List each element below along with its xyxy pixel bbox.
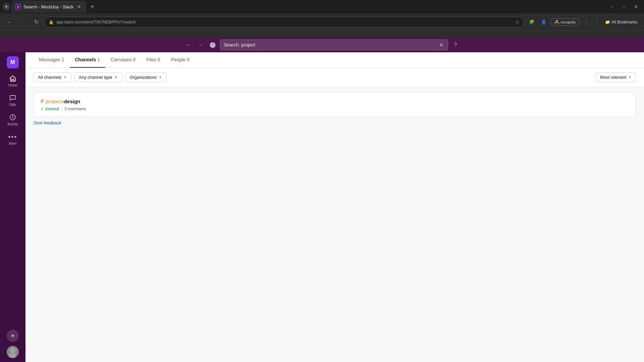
tab-favicon: S (15, 4, 21, 9)
forward-button: → (17, 17, 28, 27)
organizations-label: Organizations (130, 75, 157, 80)
sidebar-item-more[interactable]: ••• More (3, 129, 23, 149)
channel-meta: ✓ Joined · 3 members (41, 106, 629, 111)
tab-messages-label: Messages (39, 57, 62, 62)
incognito-label: Incognito (561, 20, 576, 24)
tab-channels-label: Channels (75, 57, 98, 62)
tab-group-button[interactable]: ▼ (3, 3, 10, 10)
joined-badge: ✓ Joined (41, 106, 59, 111)
search-input-container[interactable]: Search: project ✕ (220, 40, 448, 50)
home-icon (9, 74, 17, 82)
channel-type-label: Any channel type (79, 75, 112, 80)
header-back-button[interactable]: ← (184, 40, 193, 50)
more-icon: ••• (9, 133, 17, 141)
svg-text:S: S (17, 5, 19, 8)
channel-name-highlight: project (46, 99, 62, 104)
bookmarks-button[interactable]: 📁 All Bookmarks (602, 17, 640, 27)
online-status-indicator (16, 355, 18, 358)
meta-separator: · (61, 106, 62, 111)
sidebar: M Home DMs (0, 38, 25, 362)
app-header: ← → 🕐 Search: project ✕ ? (0, 38, 644, 52)
close-window-button[interactable]: ✕ (631, 1, 641, 12)
channel-type-filter[interactable]: Any channel type ▼ (74, 72, 122, 82)
workspace-avatar[interactable]: M (7, 56, 19, 68)
tab-canvases[interactable]: Canvases 0 (105, 52, 141, 68)
channel-result-item[interactable]: # project-design ✓ Joined · 3 members (34, 93, 636, 117)
tab-people-label: People (171, 57, 186, 62)
sidebar-dms-label: DMs (9, 103, 16, 107)
checkmark-icon: ✓ (41, 107, 44, 111)
all-channels-label: All channels (38, 75, 61, 80)
tab-canvases-count: 0 (133, 57, 136, 62)
tab-files-label: Files (146, 57, 157, 62)
header-forward-button[interactable]: → (196, 40, 205, 50)
tab-messages[interactable]: Messages 1 (34, 52, 70, 68)
active-browser-tab[interactable]: S Search - MoodJoy - Slack ✕ (11, 1, 86, 13)
svg-point-3 (10, 348, 15, 353)
restore-button[interactable]: □ (619, 1, 629, 12)
address-lock-icon: 🔒 (49, 20, 54, 24)
sidebar-item-dms[interactable]: DMs (3, 90, 23, 110)
tab-people[interactable]: People 0 (165, 52, 195, 68)
activity-icon (9, 113, 17, 121)
feedback-link[interactable]: Give feedback (34, 118, 61, 128)
main-content: Messages 1 Channels 1 Canvases 0 Files 0… (25, 52, 644, 362)
sidebar-item-activity[interactable]: Activity (3, 110, 23, 129)
address-bar[interactable]: 🔒 app.slack.com/client/T067MEBPPUY/searc… (44, 17, 524, 27)
all-channels-filter[interactable]: All channels ▼ (34, 72, 71, 82)
sidebar-more-label: More (9, 142, 17, 145)
tab-messages-count: 1 (62, 57, 64, 62)
profile-button[interactable]: 👤 (539, 17, 549, 27)
bookmarks-icon: 📁 (605, 20, 610, 24)
channel-hash-icon: # (41, 98, 44, 104)
feedback-label: Give feedback (34, 120, 61, 125)
bookmarks-label: All Bookmarks (611, 20, 637, 24)
address-url: app.slack.com/client/T067MEBPPUY/search (56, 20, 136, 24)
incognito-badge: Incognito (551, 18, 580, 26)
tab-people-count: 0 (187, 57, 190, 62)
tab-canvases-label: Canvases (111, 57, 133, 62)
organizations-chevron-icon: ▼ (159, 75, 162, 79)
add-button[interactable]: + (7, 330, 19, 342)
header-history-button[interactable]: 🕐 (208, 40, 217, 50)
all-channels-chevron-icon: ▼ (63, 75, 67, 79)
sidebar-activity-label: Activity (7, 122, 18, 126)
user-profile-button[interactable] (7, 346, 19, 358)
joined-label: Joined (45, 106, 59, 111)
search-clear-button[interactable]: ✕ (438, 42, 444, 48)
reload-button[interactable]: ↻ (31, 17, 42, 27)
organizations-filter[interactable]: Organizations ▼ (125, 72, 166, 82)
channel-name-suffix: -design (62, 99, 80, 104)
extensions-button[interactable]: 🧩 (527, 17, 537, 27)
channel-type-chevron-icon: ▼ (114, 75, 118, 79)
filters-bar: All channels ▼ Any channel type ▼ Organi… (25, 68, 644, 87)
tab-files-count: 0 (158, 57, 160, 62)
sort-chevron-icon: ▼ (628, 75, 632, 79)
new-tab-button[interactable]: + (88, 2, 97, 11)
tab-channels-count: 1 (97, 57, 100, 62)
tab-channels[interactable]: Channels 1 (70, 52, 106, 68)
channel-name: project-design (46, 99, 80, 104)
address-star-icon[interactable]: ☆ (515, 19, 520, 25)
back-button[interactable]: ← (4, 17, 15, 27)
sort-button[interactable]: Most relevant ▼ (596, 72, 636, 82)
add-icon: + (11, 332, 15, 340)
sort-label: Most relevant (600, 75, 626, 80)
tab-close-button[interactable]: ✕ (76, 4, 82, 10)
results-area: # project-design ✓ Joined · 3 members Gi… (25, 87, 644, 362)
tabs-bar: Messages 1 Channels 1 Canvases 0 Files 0… (25, 52, 644, 68)
minimize-button[interactable]: − (606, 1, 617, 12)
help-button[interactable]: ? (451, 40, 460, 50)
menu-button[interactable]: ⋮ (581, 17, 591, 27)
sidebar-item-home[interactable]: Home (3, 71, 23, 90)
dms-icon (9, 94, 17, 102)
tab-title: Search - MoodJoy - Slack (23, 4, 73, 9)
channel-name-row: # project-design (41, 98, 629, 104)
search-text: Search: project (224, 42, 435, 48)
members-count: 3 members (64, 106, 86, 111)
tab-files[interactable]: Files 0 (141, 52, 165, 68)
separator (597, 18, 597, 26)
sidebar-home-label: Home (8, 83, 17, 87)
